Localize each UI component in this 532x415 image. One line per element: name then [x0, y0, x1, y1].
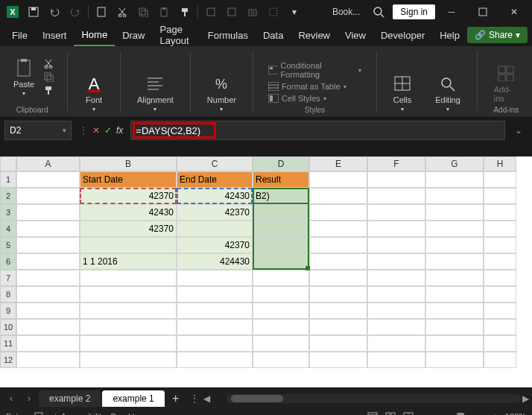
menu-file[interactable]: File: [4, 25, 35, 45]
zoom-in-icon[interactable]: +: [493, 412, 497, 415]
row-header-7[interactable]: 7: [0, 270, 16, 286]
cell[interactable]: [177, 352, 253, 368]
horizontal-scrollbar[interactable]: [227, 394, 521, 403]
cancel-formula-icon[interactable]: ✕: [92, 125, 100, 136]
menu-home[interactable]: Home: [74, 25, 115, 46]
cell[interactable]: 42430: [80, 204, 177, 221]
menu-view[interactable]: View: [338, 25, 373, 45]
cell[interactable]: [484, 171, 516, 188]
cell[interactable]: [177, 319, 253, 335]
cut-icon[interactable]: [113, 2, 132, 22]
col-header-e[interactable]: E: [309, 156, 367, 171]
cell[interactable]: [367, 319, 425, 335]
cell[interactable]: [484, 188, 516, 204]
cell[interactable]: [425, 221, 484, 237]
group1-icon[interactable]: [201, 2, 221, 22]
formula-bar[interactable]: =DAYS(C2,B2): [130, 121, 505, 140]
row-header-10[interactable]: 10: [0, 319, 16, 335]
cell[interactable]: [367, 286, 425, 302]
minimize-button[interactable]: ─: [437, 1, 466, 22]
cell[interactable]: [367, 237, 425, 253]
row-header-9[interactable]: 9: [0, 302, 16, 319]
cell[interactable]: [367, 171, 425, 188]
scroll-left-icon[interactable]: ◀: [203, 393, 210, 404]
cell[interactable]: [484, 302, 516, 319]
cell[interactable]: [367, 352, 425, 368]
cell[interactable]: [425, 171, 484, 188]
menu-developer[interactable]: Developer: [373, 25, 432, 45]
cell[interactable]: [309, 286, 367, 302]
conditional-formatting-button[interactable]: Conditional Formatting▾: [265, 60, 364, 80]
row-header-3[interactable]: 3: [0, 204, 16, 221]
cell[interactable]: [484, 352, 516, 368]
cell[interactable]: [16, 253, 80, 270]
cell[interactable]: [367, 270, 425, 286]
cell[interactable]: [425, 204, 484, 221]
menu-pagelayout[interactable]: Page Layout: [153, 19, 200, 51]
col-header-a[interactable]: A: [16, 156, 80, 171]
font-button[interactable]: A Font▾: [80, 72, 108, 114]
tab-nav-next[interactable]: ›: [21, 393, 37, 404]
cell[interactable]: [484, 286, 516, 302]
row-header-4[interactable]: 4: [0, 221, 16, 237]
cell[interactable]: [253, 286, 309, 302]
cell[interactable]: [309, 171, 367, 188]
paste-button[interactable]: Paste▾: [9, 56, 39, 98]
undo-icon[interactable]: [45, 2, 64, 22]
row-header-6[interactable]: 6: [0, 253, 16, 270]
cell[interactable]: [16, 188, 80, 204]
cell[interactable]: [309, 237, 367, 253]
cell[interactable]: [425, 286, 484, 302]
cell[interactable]: [309, 319, 367, 335]
cell[interactable]: [367, 302, 425, 319]
cell[interactable]: Start Date: [80, 171, 177, 188]
redo-icon[interactable]: [66, 2, 85, 22]
group2-icon[interactable]: [222, 2, 241, 22]
cell[interactable]: [16, 319, 80, 335]
cell[interactable]: [177, 335, 253, 352]
editing-button[interactable]: Editing▾: [431, 72, 465, 114]
cell[interactable]: [425, 352, 484, 368]
cell[interactable]: [309, 352, 367, 368]
cell-styles-button[interactable]: Cell Styles▾: [265, 92, 329, 104]
cells-button[interactable]: Cells▾: [389, 72, 416, 114]
cell[interactable]: [16, 237, 80, 253]
col-header-h[interactable]: H: [484, 156, 516, 171]
cell[interactable]: [177, 286, 253, 302]
cell[interactable]: 1 1 2016: [80, 253, 177, 270]
cell[interactable]: [16, 335, 80, 352]
zoom-out-icon[interactable]: −: [421, 412, 425, 415]
spreadsheet-grid[interactable]: A B C D E F G H 1 Start Date End Date Re…: [0, 156, 532, 387]
menu-insert[interactable]: Insert: [35, 25, 75, 45]
cell[interactable]: [309, 270, 367, 286]
cell[interactable]: Result: [253, 171, 309, 188]
cell[interactable]: [16, 352, 80, 368]
cell[interactable]: [309, 253, 367, 270]
format-as-table-button[interactable]: Format as Table▾: [265, 80, 349, 92]
cell[interactable]: [309, 335, 367, 352]
copy-icon[interactable]: [133, 2, 153, 22]
menu-draw[interactable]: Draw: [115, 25, 152, 45]
formatpainter-ribbon-icon[interactable]: [43, 85, 55, 95]
name-box[interactable]: D2▾: [4, 121, 72, 140]
cell[interactable]: [484, 204, 516, 221]
menu-review[interactable]: Review: [291, 25, 338, 45]
cell[interactable]: [177, 270, 253, 286]
row-header-11[interactable]: 11: [0, 335, 16, 352]
close-button[interactable]: ✕: [499, 1, 529, 22]
cell[interactable]: [367, 253, 425, 270]
cell[interactable]: [253, 270, 309, 286]
cell[interactable]: 42370: [80, 221, 177, 237]
cell[interactable]: [177, 221, 253, 237]
cell[interactable]: [253, 204, 309, 221]
view-pagelayout-icon[interactable]: [385, 412, 396, 415]
cell[interactable]: [253, 237, 309, 253]
tab-menu-icon[interactable]: ⋮: [187, 393, 202, 404]
cell-active[interactable]: B2): [253, 188, 309, 204]
save-icon[interactable]: [24, 2, 43, 22]
cell[interactable]: [16, 302, 80, 319]
copy-ribbon-icon[interactable]: [43, 72, 55, 82]
share-button[interactable]: 🔗Share▾: [467, 27, 528, 43]
row-header-5[interactable]: 5: [0, 237, 16, 253]
add-sheet-button[interactable]: +: [166, 392, 186, 405]
